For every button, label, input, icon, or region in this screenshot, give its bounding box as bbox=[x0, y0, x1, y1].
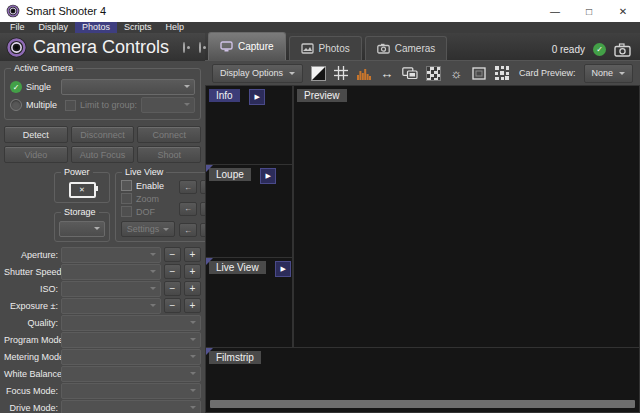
window-controls: — □ ✕ bbox=[538, 0, 640, 22]
dock-panel-icon[interactable] bbox=[199, 42, 201, 53]
storage-select[interactable] bbox=[59, 221, 105, 237]
shutter-increase-button[interactable]: + bbox=[184, 264, 201, 279]
single-selected-check-icon[interactable]: ✓ bbox=[10, 81, 22, 93]
iso-decrease-button[interactable]: − bbox=[164, 281, 181, 296]
shutter-speed-row: Shutter Speed: − + bbox=[4, 264, 201, 279]
iso-label: ISO: bbox=[4, 284, 58, 294]
brightness-icon[interactable]: ☼ bbox=[449, 65, 464, 81]
tab-capture[interactable]: Capture bbox=[208, 32, 286, 60]
display-options-label: Display Options bbox=[220, 68, 283, 78]
maximize-icon[interactable]: □ bbox=[572, 0, 606, 22]
dual-display-icon[interactable] bbox=[402, 65, 418, 81]
iso-select[interactable] bbox=[61, 281, 161, 297]
white-balance-select[interactable] bbox=[61, 366, 201, 382]
live-view-arrow-buttons: ← → ← → ← → bbox=[179, 180, 205, 237]
metering-mode-label: Metering Mode: bbox=[4, 352, 58, 362]
grid-overlay-icon[interactable] bbox=[334, 65, 349, 81]
video-button[interactable]: Video bbox=[4, 146, 68, 163]
card-preview-select[interactable]: None bbox=[584, 64, 634, 83]
left-arrow-button-1[interactable]: ← bbox=[179, 180, 197, 194]
menu-display[interactable]: Display bbox=[32, 22, 76, 33]
checkerboard-icon[interactable] bbox=[426, 65, 441, 81]
single-radio-label[interactable]: Single bbox=[26, 82, 51, 92]
shutter-speed-label: Shutter Speed: bbox=[4, 267, 58, 277]
multiple-radio-label[interactable]: Multiple bbox=[26, 100, 57, 110]
metering-mode-select[interactable] bbox=[61, 349, 201, 365]
power-storage-column: Power ✕ Storage bbox=[54, 172, 110, 242]
loupe-panel-tab[interactable]: Loupe bbox=[209, 168, 251, 181]
left-arrow-button-2[interactable]: ← bbox=[179, 202, 197, 216]
live-view-play-icon[interactable]: ▶ bbox=[275, 261, 291, 277]
filmstrip-scrollbar[interactable] bbox=[210, 400, 635, 408]
drive-mode-select[interactable] bbox=[61, 400, 201, 413]
multiple-camera-row: Multiple Limit to group: bbox=[10, 97, 195, 113]
histogram-icon[interactable] bbox=[357, 65, 372, 81]
shutter-speed-select[interactable] bbox=[61, 264, 161, 280]
loupe-play-icon[interactable]: ▶ bbox=[260, 168, 276, 184]
menu-photos[interactable]: Photos bbox=[75, 22, 117, 33]
enable-checkbox[interactable] bbox=[121, 180, 132, 191]
minimize-icon[interactable]: — bbox=[538, 0, 572, 22]
left-arrow-button-3[interactable]: ← bbox=[179, 223, 197, 237]
filmstrip-panel-tab[interactable]: Filmstrip bbox=[209, 351, 261, 364]
iso-increase-button[interactable]: + bbox=[184, 281, 201, 296]
photos-picture-icon bbox=[301, 43, 314, 54]
connect-button[interactable]: Connect bbox=[137, 126, 201, 143]
info-panel-tab[interactable]: Info bbox=[209, 89, 240, 102]
storage-group: Storage bbox=[54, 212, 110, 242]
exposure-decrease-button[interactable]: − bbox=[164, 298, 181, 313]
panel-title: Camera Controls bbox=[33, 37, 169, 58]
single-camera-select[interactable] bbox=[61, 79, 195, 95]
live-view-panel-tab[interactable]: Live View bbox=[209, 261, 266, 274]
quality-select[interactable] bbox=[61, 315, 201, 331]
exposure-increase-button[interactable]: + bbox=[184, 298, 201, 313]
title-bar: Smart Shooter 4 — □ ✕ bbox=[0, 0, 640, 22]
display-options-button[interactable]: Display Options bbox=[212, 64, 303, 83]
zoom-row: Zoom bbox=[121, 193, 175, 204]
live-view-checkboxes: Enable Zoom DOF Settings bbox=[121, 180, 175, 237]
frame-crop-icon[interactable] bbox=[472, 65, 487, 81]
live-view-label: Live View bbox=[122, 167, 166, 177]
camera-controls-body: Active Camera ✓ Single Multiple Limit to… bbox=[0, 61, 205, 413]
camera-controls-header: Camera Controls bbox=[0, 33, 205, 61]
dof-checkbox[interactable] bbox=[121, 206, 132, 217]
auto-focus-button[interactable]: Auto Focus bbox=[71, 146, 135, 163]
fit-width-icon[interactable]: ↔ bbox=[379, 65, 394, 81]
workspace: Capture Photos bbox=[205, 33, 640, 413]
focus-mode-select[interactable] bbox=[61, 383, 201, 399]
preview-panel: Preview bbox=[293, 85, 640, 348]
white-balance-row: White Balance: bbox=[4, 366, 201, 381]
shutter-decrease-button[interactable]: − bbox=[164, 264, 181, 279]
info-play-icon[interactable]: ▶ bbox=[249, 89, 265, 105]
aperture-select[interactable] bbox=[61, 247, 161, 263]
power-label: Power bbox=[61, 167, 93, 177]
settings-dropdown-button[interactable]: Settings bbox=[121, 221, 175, 237]
menu-help[interactable]: Help bbox=[159, 22, 192, 33]
group-select[interactable] bbox=[141, 97, 195, 113]
tab-cameras[interactable]: Cameras bbox=[365, 36, 448, 60]
aperture-decrease-button[interactable]: − bbox=[164, 247, 181, 262]
limit-to-group-checkbox[interactable] bbox=[65, 100, 76, 111]
multiple-radio-icon[interactable] bbox=[10, 99, 22, 111]
card-preview-value: None bbox=[592, 68, 614, 78]
shoot-button[interactable]: Shoot bbox=[137, 146, 201, 163]
preview-panel-tab[interactable]: Preview bbox=[297, 89, 347, 102]
contrast-icon[interactable] bbox=[311, 65, 326, 81]
program-mode-select[interactable] bbox=[61, 332, 201, 348]
disconnect-button[interactable]: Disconnect bbox=[71, 126, 135, 143]
close-icon[interactable]: ✕ bbox=[606, 0, 640, 22]
loupe-dock-corner-icon bbox=[206, 165, 213, 172]
zoom-checkbox[interactable] bbox=[121, 193, 132, 204]
menu-file[interactable]: File bbox=[3, 22, 32, 33]
tab-cameras-label: Cameras bbox=[395, 43, 436, 54]
tab-photos[interactable]: Photos bbox=[289, 36, 362, 60]
float-panel-icon[interactable] bbox=[183, 42, 185, 53]
card-grid-icon[interactable] bbox=[494, 65, 509, 81]
tab-capture-label: Capture bbox=[238, 41, 274, 52]
aperture-increase-button[interactable]: + bbox=[184, 247, 201, 262]
detect-button[interactable]: Detect bbox=[4, 126, 68, 143]
menu-scripts[interactable]: Scripts bbox=[117, 22, 159, 33]
tab-bar: Capture Photos bbox=[205, 33, 640, 60]
camera-status: 0 ready ✓ bbox=[552, 43, 640, 57]
exposure-select[interactable] bbox=[61, 298, 161, 314]
